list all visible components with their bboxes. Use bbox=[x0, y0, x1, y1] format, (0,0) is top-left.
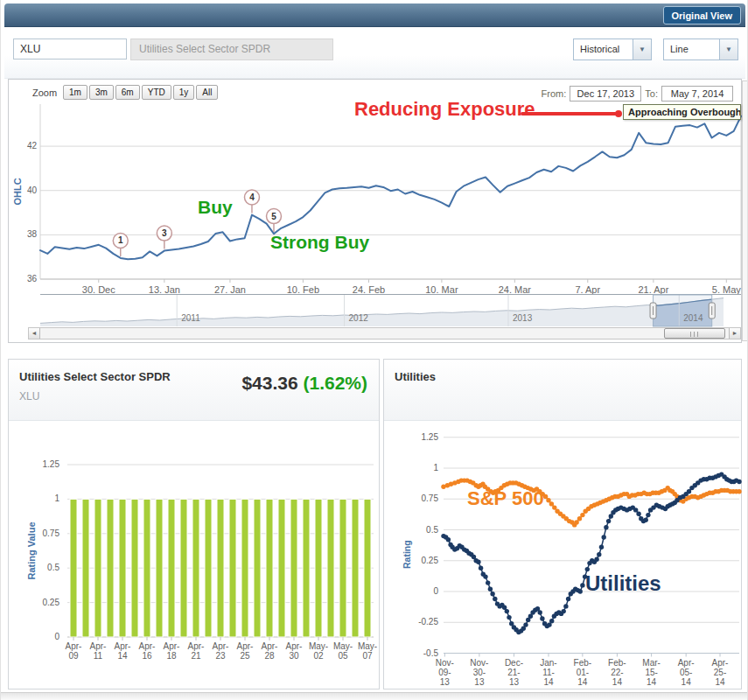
svg-text:7. Apr: 7. Apr bbox=[575, 284, 600, 295]
svg-text:0.5: 0.5 bbox=[426, 525, 438, 535]
svg-text:4: 4 bbox=[249, 192, 255, 202]
to-date-input[interactable] bbox=[661, 86, 733, 102]
svg-text:24. Mar: 24. Mar bbox=[499, 284, 532, 295]
svg-text:1.25: 1.25 bbox=[43, 459, 60, 469]
scrollbar-thumb[interactable] bbox=[664, 328, 725, 339]
historical-dropdown[interactable]: Historical ▼ bbox=[573, 38, 652, 60]
zoom-button-3m[interactable]: 3m bbox=[89, 85, 114, 100]
svg-text:Apr-: Apr- bbox=[139, 641, 156, 651]
rating-bar bbox=[119, 499, 126, 637]
approaching-overbought-flag[interactable]: Approaching Overbought bbox=[623, 104, 741, 120]
from-date-input[interactable] bbox=[570, 86, 641, 102]
vertical-scrollbar[interactable] bbox=[742, 80, 748, 341]
rating-bar-chart: 00.250.50.7511.25Rating ValueApr-09Apr-1… bbox=[9, 421, 381, 690]
svg-text:14: 14 bbox=[647, 677, 657, 687]
event-marker-3[interactable]: 3 bbox=[157, 226, 171, 249]
chart-type-dropdown-value: Line bbox=[664, 39, 719, 60]
instrument-title: Utilities Select Sector SPDR bbox=[19, 370, 171, 383]
svg-text:13. Jan: 13. Jan bbox=[149, 284, 180, 295]
svg-text:May-: May- bbox=[333, 641, 353, 651]
scrollbar-right-arrow-icon[interactable]: ► bbox=[729, 328, 740, 339]
svg-text:1: 1 bbox=[54, 494, 59, 503]
svg-text:Feb-: Feb- bbox=[608, 658, 626, 668]
chevron-down-icon[interactable]: ▼ bbox=[633, 39, 651, 60]
svg-text:25: 25 bbox=[240, 651, 250, 661]
symbol-input[interactable] bbox=[13, 38, 127, 60]
event-marker-4[interactable]: 4 bbox=[244, 190, 259, 214]
pointer-dot-icon bbox=[615, 110, 622, 117]
svg-text:Apr-: Apr- bbox=[262, 641, 278, 651]
instrument-panel-header: Utilities Select Sector SPDR XLU $43.36 … bbox=[9, 360, 379, 421]
svg-text:5: 5 bbox=[271, 212, 276, 221]
svg-text:OHLC: OHLC bbox=[12, 178, 23, 205]
navigator-handle-right[interactable] bbox=[709, 303, 715, 318]
chevron-down-icon[interactable]: ▼ bbox=[719, 39, 738, 60]
svg-text:01-: 01- bbox=[577, 668, 589, 677]
svg-text:0.5: 0.5 bbox=[47, 563, 59, 572]
price-value: $43.36 bbox=[241, 373, 297, 393]
zoom-button-1y[interactable]: 1y bbox=[173, 85, 195, 100]
svg-text:Nov-: Nov- bbox=[436, 658, 454, 668]
toolbar: Utilities Select Sector SPDR Historical … bbox=[4, 27, 745, 79]
svg-text:07: 07 bbox=[362, 651, 373, 661]
svg-text:Rating: Rating bbox=[402, 540, 412, 569]
svg-text:36: 36 bbox=[27, 274, 38, 284]
rating-bar bbox=[254, 499, 261, 637]
svg-text:21: 21 bbox=[191, 651, 201, 661]
svg-text:0: 0 bbox=[54, 632, 59, 641]
svg-text:0.75: 0.75 bbox=[43, 528, 60, 538]
svg-text:05-: 05- bbox=[680, 668, 692, 677]
svg-text:27. Jan: 27. Jan bbox=[214, 284, 246, 295]
chart-type-dropdown[interactable]: Line ▼ bbox=[663, 38, 738, 60]
svg-text:30-: 30- bbox=[473, 668, 486, 677]
main-chart-panel: Zoom 1m3m6mYTD1yAll From: To: 3638404230… bbox=[8, 79, 742, 343]
instrument-price: $43.36 (1.62%) bbox=[241, 373, 367, 394]
svg-text:-0.25: -0.25 bbox=[418, 617, 438, 626]
svg-text:24. Feb: 24. Feb bbox=[353, 284, 385, 295]
zoom-button-6m[interactable]: 6m bbox=[115, 85, 140, 100]
svg-text:13: 13 bbox=[509, 677, 520, 687]
svg-text:15-: 15- bbox=[645, 668, 657, 677]
event-marker-5[interactable]: 5 bbox=[267, 209, 282, 232]
zoom-label: Zoom bbox=[32, 88, 57, 98]
svg-text:14: 14 bbox=[543, 677, 554, 687]
svg-text:10. Mar: 10. Mar bbox=[425, 284, 458, 295]
svg-text:02: 02 bbox=[313, 651, 324, 661]
zoom-button-ytd[interactable]: YTD bbox=[142, 85, 171, 100]
reducing-exposure-pointer-line bbox=[521, 112, 617, 116]
rating-bar bbox=[290, 499, 297, 637]
svg-text:Apr-: Apr- bbox=[66, 641, 82, 651]
zoom-button-all[interactable]: All bbox=[196, 85, 218, 100]
instrument-panel: Utilities Select Sector SPDR XLU $43.36 … bbox=[8, 359, 380, 690]
svg-text:5. May: 5. May bbox=[712, 284, 742, 295]
svg-text:Apr-: Apr- bbox=[115, 641, 131, 651]
svg-text:Apr-: Apr- bbox=[164, 641, 180, 651]
svg-text:25-: 25- bbox=[714, 668, 726, 677]
svg-text:30. Dec: 30. Dec bbox=[82, 284, 115, 295]
svg-text:Mar-: Mar- bbox=[642, 658, 661, 668]
rating-bar bbox=[217, 499, 224, 637]
svg-text:Jan-: Jan- bbox=[540, 658, 556, 668]
svg-text:42: 42 bbox=[27, 141, 38, 150]
svg-text:10. Feb: 10. Feb bbox=[287, 284, 319, 295]
buy-annotation: Buy bbox=[198, 197, 233, 218]
svg-text:16: 16 bbox=[142, 651, 152, 661]
svg-text:Apr-: Apr- bbox=[712, 658, 729, 668]
symbol-name-box: Utilities Select Sector SPDR bbox=[130, 38, 333, 60]
svg-text:0.25: 0.25 bbox=[422, 556, 439, 565]
navigator-scrollbar[interactable]: ◄ ► bbox=[28, 327, 741, 340]
scrollbar-left-arrow-icon[interactable]: ◄ bbox=[29, 328, 40, 339]
original-view-button[interactable]: Original View bbox=[663, 6, 742, 24]
svg-text:23: 23 bbox=[215, 651, 226, 661]
zoom-button-1m[interactable]: 1m bbox=[63, 85, 87, 100]
navigator-handle-left[interactable] bbox=[650, 303, 656, 318]
svg-text:30: 30 bbox=[289, 651, 299, 661]
price-change-percent: (1.62%) bbox=[303, 373, 367, 393]
svg-text:0.75: 0.75 bbox=[422, 494, 439, 503]
svg-text:Rating Value: Rating Value bbox=[26, 522, 37, 579]
event-marker-1[interactable]: 1 bbox=[113, 233, 128, 256]
rating-bar bbox=[229, 499, 236, 637]
rating-bar bbox=[131, 499, 138, 637]
svg-text:2011: 2011 bbox=[181, 313, 200, 323]
rating-bar bbox=[107, 499, 114, 637]
